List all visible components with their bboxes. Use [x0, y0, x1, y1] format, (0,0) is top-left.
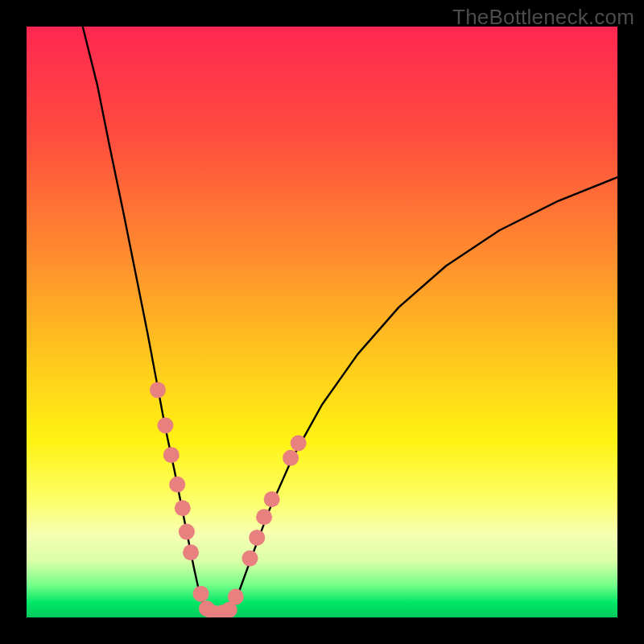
marker-dot — [242, 551, 258, 567]
marker-dot — [150, 382, 166, 398]
marker-dot — [163, 447, 180, 463]
marker-dot — [169, 477, 185, 493]
marker-dot — [283, 450, 299, 466]
marker-dot — [183, 544, 199, 560]
bottleneck-chart — [0, 0, 644, 644]
gradient-background — [27, 27, 617, 617]
outer-frame: TheBottleneck.com — [0, 0, 644, 644]
marker-dot — [249, 530, 265, 546]
marker-dot — [228, 588, 244, 605]
marker-dot — [179, 524, 195, 540]
marker-dot — [264, 491, 280, 507]
marker-dot — [193, 586, 209, 602]
marker-dot — [157, 417, 173, 433]
marker-dot — [291, 435, 307, 451]
marker-dot — [175, 500, 191, 516]
marker-dot — [256, 509, 272, 525]
